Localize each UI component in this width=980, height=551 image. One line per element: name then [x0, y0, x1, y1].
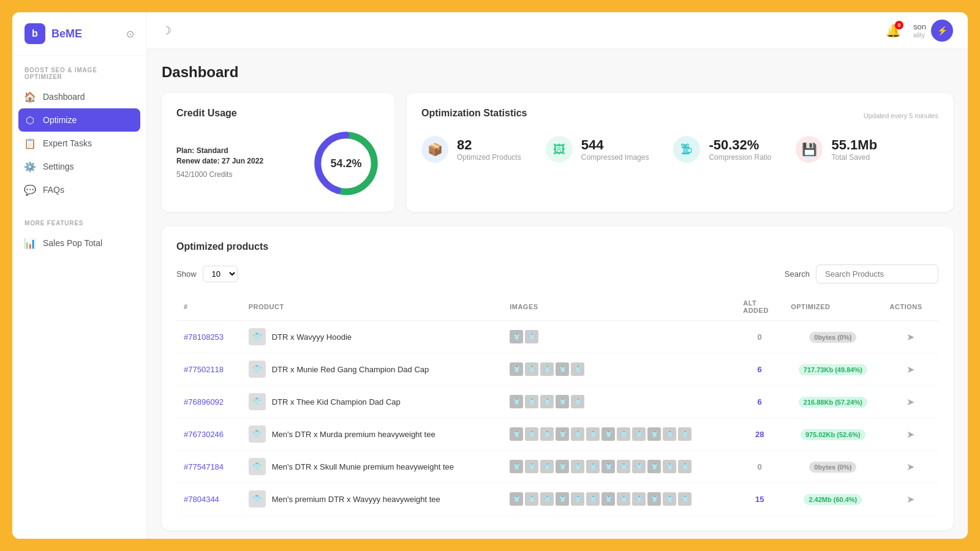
sidebar-item-label-sales-pop: Sales Pop Total [43, 238, 102, 248]
optimized-tag-3: 975.02Kb (52.6%) [801, 429, 865, 440]
cell-images-3: 👕👕👕👕👕👕👕👕👕👕👕👕 [502, 418, 736, 451]
search-input[interactable] [816, 264, 938, 283]
expert-tasks-icon: 📋 [24, 138, 36, 149]
stat-icon-compression-ratio: 🗜 [673, 136, 700, 163]
cell-optimized-4: 0bytes (0%) [783, 451, 882, 483]
action-btn-2[interactable]: ➤ [907, 396, 914, 408]
img-thumb: 👕 [510, 427, 523, 441]
show-select[interactable]: 10 25 50 [203, 266, 238, 282]
img-thumb: 👕 [586, 427, 600, 441]
products-table: # PRODUCT IMAGES ALTADDED OPTIMIZED ACTI… [176, 293, 938, 515]
stat-icon-total-saved: 💾 [796, 136, 823, 163]
renew-text: Renew date: 27 Jun 2022 [176, 157, 263, 165]
product-images-4: 👕👕👕👕👕👕👕👕👕👕👕👕 [510, 460, 728, 473]
stat-value-compression-ratio: -50.32% [709, 137, 771, 153]
table-header: # PRODUCT IMAGES ALTADDED OPTIMIZED ACTI… [176, 293, 938, 321]
stat-label-optimized-products: Optimized Products [457, 153, 521, 162]
img-thumb: 👕 [510, 330, 523, 343]
alt-count-1: 6 [758, 365, 762, 374]
cell-alt-0: 0 [736, 321, 783, 353]
moon-icon[interactable]: ☽ [162, 24, 172, 37]
img-thumb: 👕 [663, 492, 676, 506]
page-title: Dashboard [162, 64, 953, 81]
topbar-user: son ality ⚡ [913, 20, 953, 42]
credit-card-title: Credit Usage [176, 108, 380, 119]
img-thumb: 👕 [663, 460, 676, 473]
sidebar-item-faqs[interactable]: 💬 FAQs [12, 178, 146, 201]
action-btn-5[interactable]: ➤ [907, 493, 914, 505]
stat-info-total-saved: 55.1Mb Total Saved [831, 137, 877, 162]
stats-updated: Updated every 5 minutes [864, 112, 938, 119]
search-label: Search [785, 269, 810, 279]
cell-id-2: #76896092 [176, 386, 241, 418]
product-name-3: 👕 Men's DTR x Murda premium heavyweight … [249, 425, 495, 443]
product-name-text-3: Men's DTR x Murda premium heavyweight te… [272, 430, 435, 439]
img-thumb: 👕 [617, 460, 630, 473]
stat-value-optimized-products: 82 [457, 137, 521, 153]
action-btn-0[interactable]: ➤ [907, 331, 914, 343]
sidebar-section-label: BOOST SEO & IMAGE OPTIMIZER [12, 56, 146, 85]
cell-name-2: 👕 DTR x Thee Kid Champion Dad Cap [241, 386, 502, 418]
img-thumb: 👕 [540, 362, 554, 376]
sidebar-item-sales-pop[interactable]: 📊 Sales Pop Total [12, 231, 146, 255]
product-thumb-0: 👕 [249, 328, 266, 345]
renew-value: 27 Jun 2022 [222, 157, 263, 165]
plan-text: Plan: Standard [176, 146, 263, 155]
product-thumb-5: 👕 [249, 490, 266, 508]
sidebar-item-dashboard[interactable]: 🏠 Dashboard [12, 85, 146, 108]
img-thumb: 👕 [556, 362, 569, 376]
sales-pop-icon: 📊 [24, 238, 36, 249]
product-images-5: 👕👕👕👕👕👕👕👕👕👕👕👕 [510, 492, 728, 506]
action-btn-4[interactable]: ➤ [907, 461, 914, 473]
product-name-text-2: DTR x Thee Kid Champion Dad Cap [272, 397, 401, 407]
img-thumb: 👕 [525, 362, 538, 376]
optimized-tag-2: 216.88Kb (57.24%) [799, 397, 867, 408]
img-thumb: 👕 [617, 492, 630, 506]
img-thumb: 👕 [540, 427, 554, 441]
cell-actions-1: ➤ [883, 353, 938, 386]
action-btn-3[interactable]: ➤ [907, 429, 914, 440]
img-thumb: 👕 [525, 427, 538, 441]
col-actions: ACTIONS [883, 293, 938, 321]
img-thumb: 👕 [525, 330, 538, 343]
settings-icon: ⚙️ [24, 161, 36, 172]
img-thumb: 👕 [647, 492, 661, 506]
img-thumb: 👕 [601, 427, 615, 441]
stat-label-total-saved: Total Saved [831, 153, 877, 162]
stats-grid: 📦 82 Optimized Products 🖼 544 Compressed… [421, 136, 938, 163]
sidebar-item-optimize[interactable]: ⬡ Optimize [18, 108, 140, 132]
stat-info-compression-ratio: -50.32% Compression Ratio [709, 137, 771, 162]
product-name-text-5: Men's premium DTR x Wavyyy heavyweight t… [272, 495, 440, 504]
img-thumb: 👕 [678, 492, 692, 506]
dashboard-icon: 🏠 [24, 91, 36, 102]
product-thumb-1: 👕 [249, 361, 266, 378]
img-thumb: 👕 [540, 395, 554, 408]
product-name-1: 👕 DTR x Munie Red Gang Champion Dad Cap [249, 361, 495, 378]
alt-count-3: 28 [755, 430, 764, 439]
cell-optimized-1: 717.73Kb (49.84%) [783, 353, 882, 386]
img-thumb: 👕 [571, 395, 584, 408]
optimized-tag-1: 717.73Kb (49.84%) [799, 364, 867, 375]
product-name-2: 👕 DTR x Thee Kid Champion Dad Cap [249, 393, 495, 410]
credit-card: Credit Usage Plan: Standard Renew date: … [162, 93, 394, 212]
sidebar-item-expert-tasks[interactable]: 📋 Expert Tasks [12, 132, 146, 155]
cell-alt-1: 6 [736, 353, 783, 386]
stat-item-compressed-images: 🖼 544 Compressed Images [546, 136, 649, 163]
table-row: #7804344 👕 Men's premium DTR x Wavyyy he… [176, 483, 938, 515]
action-btn-1[interactable]: ➤ [907, 364, 914, 375]
product-images-3: 👕👕👕👕👕👕👕👕👕👕👕👕 [510, 427, 728, 441]
sidebar-settings-icon[interactable]: ⊙ [126, 28, 134, 40]
img-thumb: 👕 [510, 362, 523, 376]
cell-actions-4: ➤ [883, 451, 938, 483]
img-thumb: 👕 [540, 492, 554, 506]
bell-icon[interactable]: 🔔 0 [886, 23, 901, 38]
cell-name-5: 👕 Men's premium DTR x Wavyyy heavyweight… [241, 483, 502, 515]
table-controls: Show 10 25 50 Search [176, 264, 938, 283]
cell-id-0: #78108253 [176, 321, 241, 353]
search-control: Search [785, 264, 938, 283]
stat-info-compressed-images: 544 Compressed Images [581, 137, 649, 162]
sidebar-item-settings[interactable]: ⚙️ Settings [12, 155, 146, 178]
cell-name-1: 👕 DTR x Munie Red Gang Champion Dad Cap [241, 353, 502, 386]
optimized-tag-0: 0bytes (0%) [809, 332, 856, 343]
cell-actions-5: ➤ [883, 483, 938, 515]
